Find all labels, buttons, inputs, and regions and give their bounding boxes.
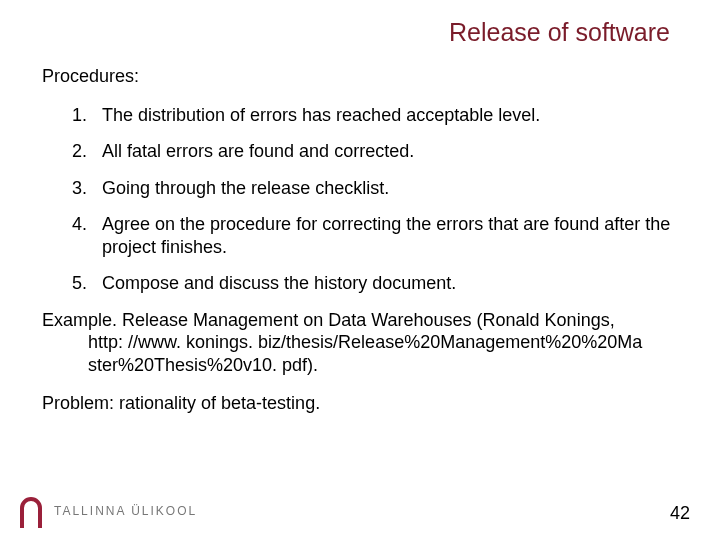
logo-text: TALLINNA ÜLIKOOL — [54, 504, 197, 518]
item-number: 1. — [72, 104, 102, 127]
item-number: 3. — [72, 177, 102, 200]
item-text: Going through the release checklist. — [102, 177, 678, 200]
item-text: Compose and discuss the history document… — [102, 272, 678, 295]
list-item: 1. The distribution of errors has reache… — [72, 104, 678, 127]
problem-line: Problem: rationality of beta-testing. — [42, 392, 678, 415]
page-number: 42 — [670, 503, 690, 524]
slide: Release of software Procedures: 1. The d… — [0, 0, 720, 540]
item-text: Agree on the procedure for correcting th… — [102, 213, 678, 258]
example-paragraph: Example. Release Management on Data Ware… — [42, 309, 678, 377]
example-url-line2: ster%20Thesis%20v10. pdf). — [42, 354, 678, 377]
procedures-list: 1. The distribution of errors has reache… — [42, 104, 678, 295]
slide-footer: TALLINNA ÜLIKOOL 42 — [0, 488, 720, 528]
list-item: 5. Compose and discuss the history docum… — [72, 272, 678, 295]
procedures-heading: Procedures: — [42, 65, 678, 88]
list-item: 3. Going through the release checklist. — [72, 177, 678, 200]
logo-arch-icon — [18, 494, 44, 528]
slide-body: Procedures: 1. The distribution of error… — [42, 65, 678, 415]
slide-title: Release of software — [42, 18, 678, 47]
item-number: 5. — [72, 272, 102, 295]
example-url-line1: http: //www. konings. biz/thesis/Release… — [42, 331, 678, 354]
item-text: All fatal errors are found and corrected… — [102, 140, 678, 163]
example-lead: Example. Release Management on Data Ware… — [42, 310, 615, 330]
list-item: 2. All fatal errors are found and correc… — [72, 140, 678, 163]
item-text: The distribution of errors has reached a… — [102, 104, 678, 127]
list-item: 4. Agree on the procedure for correcting… — [72, 213, 678, 258]
item-number: 4. — [72, 213, 102, 258]
item-number: 2. — [72, 140, 102, 163]
university-logo: TALLINNA ÜLIKOOL — [18, 494, 197, 528]
